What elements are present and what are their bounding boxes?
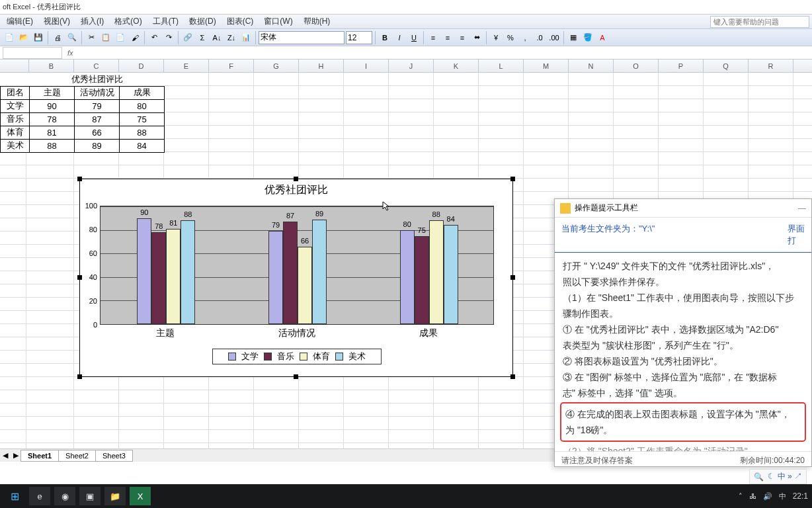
col-header[interactable]: C <box>74 60 119 72</box>
resize-handle[interactable] <box>294 177 298 181</box>
menu-edit[interactable]: 编辑(E) <box>3 15 37 28</box>
sort-desc-icon[interactable]: Z↓ <box>225 31 238 44</box>
align-left-icon[interactable]: ≡ <box>426 31 440 44</box>
data-table[interactable]: 优秀社团评比 团名 主题 活动情况 成果 文学907980 音乐788775 体… <box>0 73 165 153</box>
bar[interactable]: 78 <box>151 232 166 324</box>
col-header[interactable]: B <box>29 60 74 72</box>
font-name-select[interactable] <box>259 31 345 44</box>
hyperlink-icon[interactable]: 🔗 <box>181 31 194 44</box>
menu-window[interactable]: 窗口(W) <box>260 15 296 28</box>
col-header[interactable]: R <box>749 60 793 72</box>
paste-icon[interactable]: 📄 <box>114 31 127 44</box>
start-button[interactable]: ⊞ <box>4 487 25 505</box>
col-header[interactable]: P <box>659 60 704 72</box>
bar[interactable]: 80 <box>400 230 415 324</box>
bold-button[interactable]: B <box>378 31 391 44</box>
bar[interactable]: 88 <box>181 220 195 324</box>
tray-clock[interactable]: 22:1 <box>793 491 808 501</box>
header-result[interactable]: 成果 <box>120 86 165 99</box>
resize-handle[interactable] <box>77 374 82 379</box>
header-theme[interactable]: 主题 <box>30 86 75 99</box>
resize-handle[interactable] <box>510 374 515 379</box>
tray-network-icon[interactable]: 🖧 <box>749 492 756 500</box>
select-all[interactable] <box>0 60 29 72</box>
dec-decimal-icon[interactable]: .00 <box>548 31 561 44</box>
menu-data[interactable]: 数据(D) <box>185 15 220 28</box>
folder-icon[interactable]: 📁 <box>104 487 126 505</box>
underline-button[interactable]: U <box>407 31 421 44</box>
embedded-chart[interactable]: 优秀社团评比 0 20 40 60 80 100 907881887987668… <box>79 179 513 377</box>
cut-icon[interactable]: ✂ <box>85 31 98 44</box>
col-header[interactable]: N <box>569 60 614 72</box>
excel-icon[interactable]: X <box>130 487 151 505</box>
resize-handle[interactable] <box>510 275 515 280</box>
bar[interactable]: 87 <box>283 222 298 324</box>
bar[interactable]: 90 <box>137 218 151 324</box>
edge-icon[interactable]: e <box>29 487 50 505</box>
col-header[interactable]: L <box>479 60 524 72</box>
tab-sheet3[interactable]: Sheet3 <box>95 450 133 462</box>
chart-title[interactable]: 优秀社团评比 <box>80 179 512 197</box>
borders-icon[interactable]: ▦ <box>567 31 580 44</box>
menu-chart[interactable]: 图表(C) <box>223 15 258 28</box>
col-header[interactable]: J <box>389 60 434 72</box>
col-header[interactable]: H <box>299 60 344 72</box>
col-header[interactable]: D <box>119 60 164 72</box>
preview-icon[interactable]: 🔍 <box>65 31 79 44</box>
tray-volume-icon[interactable]: 🔊 <box>763 492 772 501</box>
col-header[interactable]: F <box>209 60 254 72</box>
col-header[interactable]: E <box>164 60 209 72</box>
bar[interactable]: 79 <box>268 231 283 324</box>
menu-help[interactable]: 帮助(H) <box>300 15 335 28</box>
font-size-select[interactable] <box>346 31 372 44</box>
format-painter-icon[interactable]: 🖌 <box>128 31 142 44</box>
fx-icon[interactable]: fx <box>62 49 79 57</box>
align-center-icon[interactable]: ≡ <box>441 31 454 44</box>
percent-icon[interactable]: % <box>504 31 517 44</box>
fill-color-icon[interactable]: 🪣 <box>581 31 594 44</box>
table-row[interactable]: 体育816688 <box>1 126 165 139</box>
chart-wizard-icon[interactable]: 📊 <box>239 31 253 44</box>
tab-sheet1[interactable]: Sheet1 <box>20 450 59 462</box>
save-icon[interactable]: 💾 <box>32 31 45 44</box>
minimize-icon[interactable]: — <box>798 204 806 213</box>
tray-chevron-icon[interactable]: ˄ <box>739 492 743 501</box>
bar[interactable]: 88 <box>429 220 444 324</box>
name-box[interactable] <box>3 47 62 59</box>
header-activity[interactable]: 活动情况 <box>75 86 120 99</box>
bar[interactable]: 84 <box>444 225 458 324</box>
chrome-icon[interactable]: ◉ <box>54 487 75 505</box>
col-header[interactable]: M <box>524 60 569 72</box>
menu-view[interactable]: 视图(V) <box>40 15 74 28</box>
col-header[interactable]: I <box>344 60 389 72</box>
open-icon[interactable]: 📂 <box>17 31 30 44</box>
resize-handle[interactable] <box>510 177 515 181</box>
menu-format[interactable]: 格式(O) <box>110 15 145 28</box>
currency-icon[interactable]: ¥ <box>489 31 503 44</box>
tray-ime-icon[interactable]: 中 <box>779 491 786 501</box>
sort-asc-icon[interactable]: A↓ <box>210 31 223 44</box>
italic-button[interactable]: I <box>393 31 406 44</box>
app-icon[interactable]: ▣ <box>79 487 101 505</box>
table-row[interactable]: 美术888984 <box>1 139 165 152</box>
tab-sheet2[interactable]: Sheet2 <box>58 450 96 462</box>
resize-handle[interactable] <box>294 374 298 379</box>
col-header[interactable]: Q <box>704 60 749 72</box>
align-right-icon[interactable]: ≡ <box>456 31 469 44</box>
menu-tools[interactable]: 工具(T) <box>149 15 183 28</box>
comma-icon[interactable]: , <box>518 31 532 44</box>
resize-handle[interactable] <box>77 177 82 181</box>
col-header[interactable]: G <box>254 60 299 72</box>
help-search-input[interactable] <box>710 16 809 28</box>
redo-icon[interactable]: ↷ <box>162 31 175 44</box>
header-name[interactable]: 团名 <box>1 86 30 99</box>
instruction-panel[interactable]: 操作题提示工具栏 — 当前考生文件夹为："Y:\"界面打 打开 " Y:\249… <box>554 198 812 467</box>
magnify-icon[interactable]: 🔍 <box>754 472 764 482</box>
table-row[interactable]: 文学907980 <box>1 99 165 112</box>
table-row[interactable]: 音乐788775 <box>1 112 165 126</box>
copy-icon[interactable]: 📋 <box>99 31 112 44</box>
menu-insert[interactable]: 插入(I) <box>77 15 108 28</box>
bar[interactable]: 66 <box>298 247 312 324</box>
col-header[interactable]: O <box>614 60 659 72</box>
merge-icon[interactable]: ⬌ <box>470 31 483 44</box>
